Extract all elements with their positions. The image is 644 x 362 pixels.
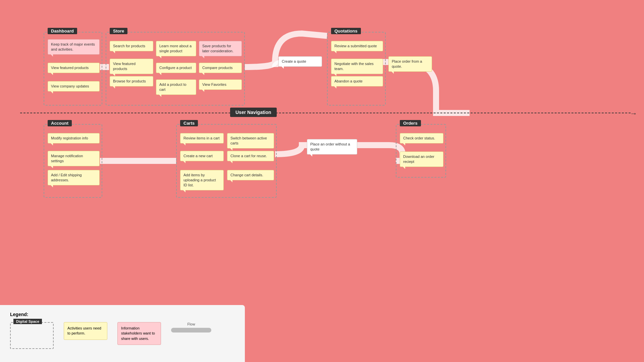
store-section: Store Search for products View featured …: [106, 32, 245, 106]
card-order-1: Check order status.: [400, 133, 443, 143]
card-quote-1: Review a submitted quote: [331, 41, 383, 51]
user-navigation-label: User Navigation: [230, 108, 277, 117]
account-label: Account: [48, 120, 72, 126]
legend-flow-line: [171, 328, 211, 333]
card-cart-5: Clone a cart for reuse.: [227, 151, 274, 161]
account-section: Account Modify registration info Manage …: [44, 124, 102, 198]
card-account-1: Modify registration info: [48, 133, 100, 143]
dashboard-label: Dashboard: [48, 28, 77, 34]
store-label: Store: [110, 28, 127, 34]
card-quote-2: Negotiate with the sales team.: [331, 59, 383, 74]
legend-flow-label: Flow: [187, 322, 195, 326]
quotations-section: Quotations Review a submitted quote Nego…: [327, 32, 386, 106]
legend-title: Legend:: [10, 312, 235, 317]
card-place-order-quote: Place order from a quote.: [388, 56, 432, 72]
dashboard-section: Dashboard Keep track of major events and…: [44, 32, 102, 106]
legend-items: Digital Space Activities users need to p…: [10, 322, 235, 349]
card-store-6: Add a product to cart: [156, 79, 196, 95]
card-cart-6: Change cart details.: [227, 170, 274, 180]
card-store-4: Learn more about a single product: [156, 41, 196, 56]
legend: Legend: Digital Space Activities users n…: [0, 305, 245, 362]
card-store-5: Configure a product: [156, 63, 196, 73]
card-place-order-noquote: Place an order without a quote: [307, 139, 357, 155]
flow-arrow: →: [630, 109, 637, 118]
card-order-2: Download an order reciept: [400, 152, 443, 167]
card-dashboard-1: Keep track of major events and activitie…: [48, 39, 100, 55]
legend-flow: Flow: [171, 322, 211, 333]
legend-info-card: Information stakeholders want to share w…: [117, 322, 161, 345]
card-store-2: View featured products: [110, 59, 153, 74]
diagram: → User Navigation Dashboard Keep track o…: [0, 0, 644, 221]
card-store-9: View Favorites: [199, 79, 242, 90]
card-dashboard-2: View featured products: [48, 63, 100, 73]
card-cart-3: Add items by uploading a product ID list…: [180, 170, 224, 190]
legend-digital-space: Digital Space: [10, 322, 54, 349]
legend-digital-space-label: Digital Space: [13, 319, 42, 324]
card-store-1: Search for products: [110, 41, 153, 51]
card-cart-2: Create a new cart: [180, 151, 224, 161]
card-account-2: Manage notification settings: [48, 151, 100, 166]
card-store-7: Save products for later consideration.: [199, 41, 242, 56]
card-cart-1: Review items in a cart: [180, 133, 224, 143]
orders-section: Orders Check order status. Download an o…: [396, 124, 446, 178]
carts-label: Carts: [180, 120, 198, 126]
card-store-3: Browse for products: [110, 76, 153, 86]
card-quote-3: Abandon a quote: [331, 76, 383, 86]
card-create-quote: Create a quote: [278, 56, 322, 67]
carts-section: Carts Review items in a cart Create a ne…: [176, 124, 277, 198]
card-account-3: Add / Edit shipping addresses.: [48, 170, 100, 185]
orders-label: Orders: [400, 120, 421, 126]
legend-activities-card: Activities users need to perform.: [64, 322, 107, 340]
quotations-label: Quotations: [331, 28, 361, 34]
card-dashboard-3: View company updates: [48, 81, 100, 92]
card-store-8: Compare products: [199, 63, 242, 73]
card-cart-4: Switch between active carts: [227, 133, 274, 148]
navigation-divider: [20, 113, 631, 113]
